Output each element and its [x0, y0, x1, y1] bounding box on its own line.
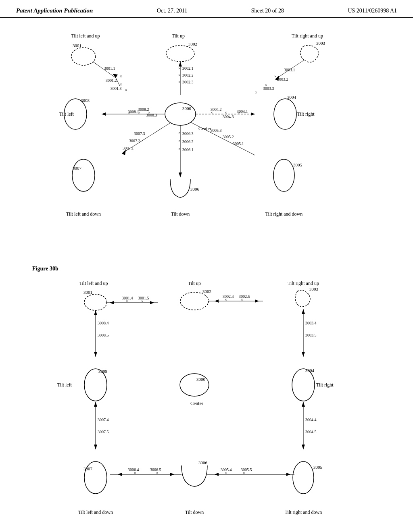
label-c-3004-5: 3004.5: [305, 430, 317, 434]
label-c-3002: 3002: [202, 289, 211, 294]
figure-30c-svg: Tilt left and up Tilt up Tilt right and …: [13, 276, 400, 532]
arrowhead-c-3001-h2: [110, 301, 114, 304]
label-c-3008-4: 3008.4: [98, 321, 109, 325]
x-mark-3008-3: ×: [148, 110, 150, 115]
x-mark-3003-2: ×: [265, 83, 267, 87]
label-tilt-left: Tilt left: [59, 111, 74, 117]
x-mark-c-3002-4: ×: [225, 297, 227, 302]
shape-3006: [170, 179, 190, 197]
label-3007-1: 3007.1: [123, 146, 134, 150]
x-mark-3006-2: ×: [178, 139, 181, 143]
label-c-3001: 3001: [83, 290, 92, 295]
x-mark-c-3005-5: ×: [243, 471, 245, 475]
figure-30b-svg: Tilt left and up Tilt up Tilt right and …: [13, 26, 400, 264]
label-tilt-right-down: Tilt right and down: [265, 211, 303, 217]
label-3003: 3003: [316, 41, 325, 46]
label-3005-3: 3005.3: [211, 128, 222, 133]
arrowhead-3000-3008: [102, 112, 106, 116]
shape-c-3004: [292, 369, 315, 401]
x-mark-c-3005-4: ×: [225, 471, 227, 475]
x-mark-3004-2: ×: [211, 110, 213, 115]
x-mark-c-3001-5: ×: [141, 299, 144, 303]
arrowhead-3000-3004: [251, 112, 255, 116]
x-mark-3004-3: ×: [225, 110, 227, 115]
arrowhead-c-3007-v2: [94, 402, 97, 407]
x-mark-3001-3: ×: [125, 88, 127, 92]
arrowhead-c-3008-v: [94, 352, 97, 357]
arrowhead-c-3008-v2: [94, 310, 97, 315]
label-tilt-right-up-top: Tilt right and up: [292, 33, 323, 39]
label-c-3007-5: 3007.5: [98, 430, 109, 434]
label-c-3001-5: 3001.5: [138, 296, 149, 300]
shape-3002: [166, 46, 194, 62]
label-3008: 3008: [81, 98, 90, 103]
label-c-tilt-left: Tilt left: [57, 382, 72, 388]
shape-3005: [273, 159, 294, 191]
label-3002-1: 3002.1: [182, 66, 194, 71]
x-mark-c-3002-5: ×: [241, 297, 243, 302]
label-c-3008: 3008: [98, 369, 108, 374]
shape-c-3006: [181, 466, 207, 486]
arrowhead-center-3006: [179, 172, 182, 177]
label-c-tilt-left-up: Tilt left and up: [79, 281, 108, 286]
x-mark-3006-1: ×: [178, 147, 181, 151]
label-c-tilt-left-down: Tilt left and down: [78, 509, 113, 515]
label-3006-1: 3006.1: [182, 148, 194, 152]
label-c-3004: 3004: [305, 368, 315, 373]
arrowhead-c-3006-h-l1: [170, 473, 174, 476]
label-3007-3: 3007.3: [134, 131, 145, 136]
label-3001-2: 3001.2: [106, 78, 117, 83]
label-c-3004-4: 3004.4: [305, 418, 317, 422]
label-3003-2: 3003.2: [277, 77, 288, 81]
label-c-3008-5: 3008.5: [98, 333, 109, 337]
label-c-tilt-right-down: Tilt right and down: [285, 509, 322, 515]
arrowhead-c-3002-h2: [255, 299, 259, 303]
arrowhead-c-3003-v2: [302, 309, 305, 314]
label-3003-1: 3003.1: [284, 68, 295, 72]
publication-title: Patent Application Publication: [16, 7, 93, 14]
label-c-tilt-down: Tilt down: [185, 509, 204, 515]
label-3004: 3004: [287, 95, 296, 100]
label-3005-1: 3005.1: [233, 141, 244, 146]
x-mark-c-3001-4: ×: [126, 299, 128, 303]
label-c-tilt-up: Tilt up: [188, 281, 201, 286]
label-3006-2: 3006.2: [182, 139, 194, 144]
arrowhead-center-3007: [122, 150, 126, 155]
arrowhead-c-3007-v1: [94, 445, 97, 449]
x-mark-3002-3: ×: [178, 80, 181, 84]
label-3007: 3007: [73, 166, 82, 170]
label-3002-3: 3002.3: [182, 80, 194, 84]
arrowhead-c-3006-h-l2: [118, 473, 122, 476]
label-c-3003-4: 3003.4: [305, 321, 317, 325]
publication-number: US 2011/0260998 A1: [348, 8, 397, 14]
shape-3007: [72, 159, 95, 191]
label-c-3006-4: 3006.4: [128, 468, 139, 472]
x-mark-3004-1: ×: [238, 110, 240, 115]
label-tilt-up-top: Tilt up: [172, 33, 185, 39]
arrowhead-c-3003-v: [302, 352, 305, 357]
label-tilt-down: Tilt down: [171, 211, 190, 217]
arrowhead-c-3005-h1: [215, 473, 219, 476]
shape-3003: [300, 45, 319, 62]
arrowhead-c-3005-h2: [286, 473, 290, 476]
x-mark-3001-2: ×: [120, 82, 122, 87]
page: Patent Application Publication Oct. 27, …: [0, 0, 413, 532]
label-3002-2: 3002.2: [182, 73, 194, 77]
label-3004-3: 3004.3: [223, 114, 234, 119]
shape-c-3008: [84, 369, 107, 401]
arrowhead-c-3004-v2: [302, 402, 305, 407]
label-3005-2: 3005.2: [223, 135, 234, 139]
main-content: Tilt left and up Tilt up Tilt right and …: [0, 22, 413, 532]
label-c-3005: 3005: [313, 465, 323, 470]
arrowhead-c-3004-v1: [302, 445, 305, 449]
label-c-tilt-right: Tilt right: [316, 382, 334, 388]
x-mark-c-3006-4: ×: [134, 471, 136, 475]
label-tilt-left-down: Tilt left and down: [66, 211, 101, 217]
label-3001-1: 3001.1: [104, 66, 115, 71]
label-c-tilt-right-up: Tilt right and up: [288, 281, 319, 286]
label-c-3003-5: 3003.5: [305, 333, 317, 337]
x-mark-3003-1: ×: [274, 74, 277, 79]
label-c-3006: 3006: [198, 460, 208, 465]
x-mark-3002-1: ×: [178, 66, 181, 71]
arrowhead-c-3002-h1: [215, 299, 219, 303]
